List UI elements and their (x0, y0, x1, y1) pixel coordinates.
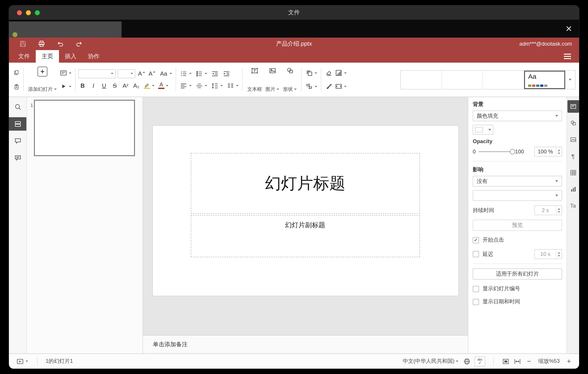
fit-slide-icon[interactable] (502, 357, 510, 365)
show-slide-number-checkbox[interactable] (473, 286, 479, 292)
chat-icon[interactable] (9, 151, 26, 165)
decrease-font-button[interactable]: A (148, 70, 156, 77)
fill-color-button[interactable] (334, 68, 348, 77)
copy-icon[interactable] (12, 68, 21, 77)
tab-home[interactable]: 主页 (36, 50, 59, 63)
macos-zoom-button[interactable] (35, 10, 40, 15)
redo-icon[interactable] (75, 40, 83, 48)
change-case-button[interactable]: Aa (158, 68, 173, 79)
slide-settings-icon[interactable] (567, 100, 579, 113)
bold-button[interactable]: B (78, 81, 87, 91)
highlight-color-button[interactable] (143, 82, 156, 89)
slide-size-button[interactable] (334, 82, 348, 91)
opacity-slider[interactable] (478, 151, 512, 152)
table-settings-icon[interactable] (567, 166, 579, 179)
macos-minimize-button[interactable] (26, 10, 31, 15)
preview-button[interactable]: 预览 (473, 220, 562, 231)
italic-button[interactable]: I (89, 81, 98, 91)
paragraph-settings-icon[interactable]: ¶ (567, 150, 579, 162)
image-settings-icon[interactable] (567, 133, 579, 146)
paragraph-group (179, 68, 240, 91)
horizontal-align-button[interactable] (179, 81, 193, 90)
transition-select[interactable]: 没有 (473, 176, 562, 187)
macos-close-button[interactable] (17, 10, 22, 15)
font-color-button[interactable]: A (157, 82, 169, 89)
theme-option[interactable] (442, 70, 483, 89)
textart-settings-icon[interactable]: Ta (567, 199, 579, 212)
vertical-align-button[interactable] (195, 81, 209, 90)
search-icon[interactable] (9, 100, 26, 114)
tab-collaboration[interactable]: 协作 (82, 50, 105, 63)
spinner-up-icon[interactable] (558, 252, 560, 253)
save-icon[interactable] (19, 40, 27, 48)
zoom-in-icon[interactable]: + (565, 357, 573, 365)
shape-button[interactable]: 形状 (281, 66, 299, 93)
numbering-button[interactable] (195, 69, 209, 78)
clear-style-icon[interactable] (324, 68, 334, 77)
theme-option-selected[interactable]: Aa (524, 70, 565, 89)
hamburger-icon[interactable] (564, 54, 571, 59)
background-color-select[interactable] (473, 125, 493, 135)
print-icon[interactable] (38, 40, 46, 48)
slide-subtitle-placeholder[interactable]: 幻灯片副标题 (190, 215, 420, 257)
slider-handle[interactable] (510, 149, 515, 154)
superscript-button[interactable]: A² (121, 81, 130, 91)
start-slideshow-statusbar-button[interactable] (15, 357, 29, 366)
textbox-button[interactable]: 文本框 (245, 66, 264, 93)
apply-to-all-slides-button[interactable]: 适用于所有幻灯片 (473, 268, 562, 280)
tab-file[interactable]: 文件 (12, 50, 36, 63)
image-button[interactable]: 图片 (264, 66, 281, 93)
subscript-button[interactable]: A₂ (132, 81, 141, 91)
slides-icon[interactable] (9, 117, 26, 131)
notes-input[interactable]: 单击添加备注 (143, 335, 468, 353)
duration-spinner[interactable]: 2 s (534, 205, 562, 215)
decrease-indent-button[interactable] (210, 69, 220, 78)
slide-thumbnail[interactable] (34, 100, 135, 156)
slide[interactable]: 幻灯片标题 幻灯片副标题 (153, 126, 458, 296)
zoom-out-icon[interactable]: − (525, 357, 533, 365)
close-icon[interactable]: × (566, 23, 572, 34)
globe-icon[interactable] (463, 357, 471, 365)
add-slide-button[interactable]: + 添加幻灯片 (26, 66, 59, 93)
spinner-up-icon[interactable] (558, 149, 560, 151)
columns-button[interactable] (226, 81, 240, 90)
opacity-spinner[interactable]: 100 % (534, 147, 562, 157)
spinner-up-icon[interactable] (558, 208, 560, 209)
language-select[interactable]: 中文(中华人民共和国) (402, 357, 460, 365)
delay-checkbox[interactable] (473, 251, 479, 257)
undo-icon[interactable] (56, 40, 64, 48)
theme-gallery-expand-button[interactable] (565, 70, 575, 89)
tab-insert[interactable]: 插入 (59, 50, 82, 63)
theme-option[interactable] (483, 70, 524, 89)
bullets-button[interactable] (179, 69, 193, 78)
line-spacing-button[interactable] (210, 81, 224, 90)
paste-icon[interactable] (12, 83, 21, 91)
chart-settings-icon[interactable] (567, 183, 579, 196)
spinner-down-icon[interactable] (558, 152, 560, 154)
shape-settings-icon[interactable] (567, 117, 579, 129)
underline-button[interactable]: U (100, 81, 109, 91)
strikeout-button[interactable]: S (110, 81, 119, 91)
fit-width-icon[interactable] (514, 357, 522, 365)
delay-spinner[interactable]: 10 s (534, 249, 562, 259)
spellcheck-icon[interactable]: abc ✓ (475, 356, 485, 366)
copy-style-icon[interactable] (324, 82, 334, 91)
background-fill-select[interactable]: 颜色填充 (473, 110, 562, 121)
comments-icon[interactable] (9, 134, 26, 148)
show-date-time-checkbox[interactable] (473, 299, 479, 305)
slide-title-placeholder[interactable]: 幻灯片标题 (190, 153, 420, 214)
start-slideshow-button[interactable] (59, 82, 72, 91)
increase-font-button[interactable]: A (137, 70, 146, 77)
transition-variant-select[interactable] (473, 190, 562, 201)
font-name-combo[interactable] (78, 69, 116, 78)
spinner-down-icon[interactable] (558, 211, 560, 213)
theme-option[interactable] (401, 70, 442, 89)
start-on-click-checkbox[interactable]: ✓ (473, 237, 479, 243)
increase-indent-button[interactable] (222, 69, 232, 78)
arrange-group (304, 68, 318, 91)
font-size-combo[interactable] (117, 69, 135, 78)
align-shapes-button[interactable] (304, 82, 318, 91)
slide-layout-button[interactable] (59, 68, 72, 77)
spinner-down-icon[interactable] (558, 255, 560, 257)
arrange-shapes-button[interactable] (304, 68, 318, 77)
